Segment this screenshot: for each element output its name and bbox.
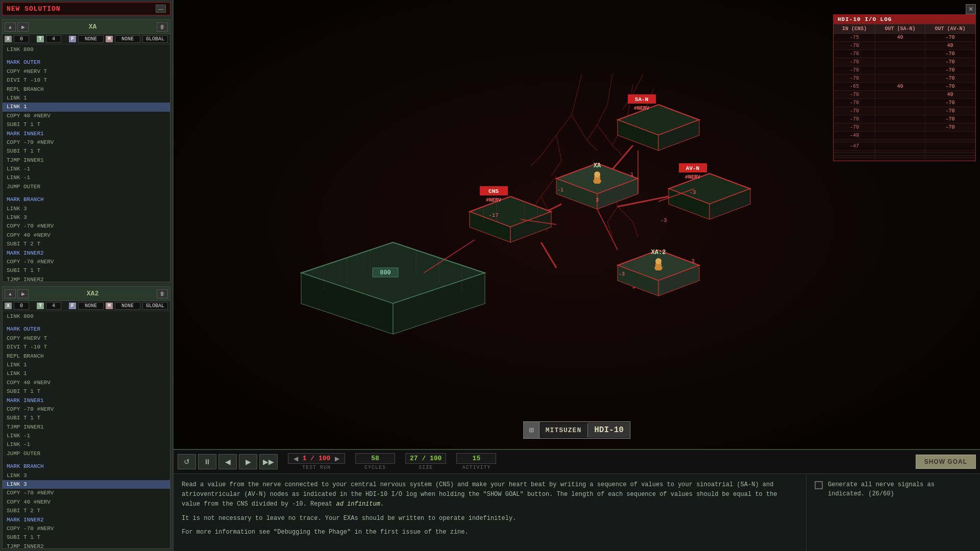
- code-line[interactable]: COPY 40 #NERV: [3, 379, 170, 387]
- code-line[interactable]: SUBI T 1 T: [3, 414, 170, 422]
- code-line[interactable]: MARK INNER2: [3, 516, 170, 524]
- code-line[interactable]: COPY -70 #NERV: [3, 222, 170, 231]
- code-line[interactable]: TJMP INNER2: [3, 276, 170, 282]
- x-value-xa: 0: [14, 35, 29, 43]
- code-line[interactable]: SUBI T 1 T: [3, 147, 170, 156]
- code-line[interactable]: LINK -1: [3, 165, 170, 173]
- code-line[interactable]: LINK -1: [3, 432, 170, 440]
- code-line[interactable]: COPY #NERV T: [3, 334, 170, 343]
- code-line[interactable]: COPY 40 #NERV: [3, 231, 170, 240]
- code-line[interactable]: COPY -70 #NERV: [3, 258, 170, 266]
- exa-play-btn-xa[interactable]: ▶: [17, 22, 29, 32]
- code-line[interactable]: DIVI T -10 T: [3, 343, 170, 352]
- hdi-log-title: HDI-10 I/O LOG: [834, 15, 975, 24]
- fast-fwd-button[interactable]: ▶▶: [259, 454, 278, 469]
- x-register-xa: X 0: [5, 35, 35, 43]
- code-line[interactable]: MARK OUTER: [3, 325, 170, 334]
- code-line[interactable]: [3, 321, 170, 325]
- svg-text:SA-N: SA-N: [635, 96, 648, 103]
- code-line[interactable]: MARK BRANCH: [3, 462, 170, 471]
- code-line[interactable]: LINK 800: [3, 312, 170, 321]
- svg-text:#NERV: #NERV: [634, 106, 649, 111]
- description-text: Read a value from the nerve connected to…: [182, 480, 798, 537]
- m-register-xa: M NONE GLOBAL: [106, 35, 168, 43]
- minimize-button[interactable]: —: [156, 5, 166, 13]
- table-row: -7540-70: [834, 34, 975, 42]
- code-line[interactable]: LINK 800: [3, 45, 170, 54]
- code-line[interactable]: TJMP INNER1: [3, 156, 170, 165]
- test-run-next[interactable]: ▶: [334, 455, 340, 462]
- show-goal-button[interactable]: SHOW GOAL: [916, 455, 976, 469]
- table-cell: -75: [834, 34, 875, 42]
- code-line[interactable]: COPY -70 #NERV: [3, 405, 170, 414]
- code-line[interactable]: LINK 3: [3, 480, 170, 489]
- exa-up-btn-xa[interactable]: ▲: [5, 22, 16, 32]
- description-paragraph: For more information see "Debugging the …: [182, 528, 798, 537]
- code-line[interactable]: LINK 1: [3, 361, 170, 369]
- step-back-button[interactable]: ◀: [218, 454, 237, 469]
- code-line[interactable]: [3, 458, 170, 462]
- activity-label: ACTIVITY: [462, 465, 491, 470]
- table-cell: -70: [925, 58, 975, 66]
- svg-text:3: 3: [596, 197, 599, 203]
- table-row: -7040: [834, 42, 975, 50]
- code-line[interactable]: SUBI T 2 T: [3, 240, 170, 248]
- table-cell: [875, 42, 925, 50]
- code-line[interactable]: LINK 1: [3, 94, 170, 103]
- col-avn: OUT (AV-N): [925, 24, 975, 34]
- table-cell: -70: [925, 34, 975, 42]
- table-cell: [875, 50, 925, 58]
- code-line[interactable]: MARK BRANCH: [3, 195, 170, 204]
- code-line[interactable]: SUBI T 1 T: [3, 533, 170, 542]
- test-run-prev[interactable]: ◀: [292, 455, 299, 462]
- table-row: -70-70: [834, 115, 975, 123]
- activity-value: 15: [461, 455, 492, 462]
- code-line[interactable]: LINK -1: [3, 173, 170, 182]
- exa-delete-btn-xa[interactable]: 🗑: [157, 22, 168, 32]
- code-line[interactable]: COPY -70 #NERV: [3, 489, 170, 497]
- code-line[interactable]: MARK INNER1: [3, 396, 170, 405]
- code-line[interactable]: SUBI T 2 T: [3, 507, 170, 515]
- code-line[interactable]: COPY #NERV T: [3, 67, 170, 76]
- code-line[interactable]: LINK 1: [3, 369, 170, 378]
- code-line[interactable]: LINK -1: [3, 440, 170, 449]
- code-line[interactable]: COPY -70 #NERV: [3, 138, 170, 147]
- pause-button[interactable]: ⏸: [198, 454, 216, 469]
- goal-checkbox[interactable]: [815, 481, 823, 489]
- code-line[interactable]: REPL BRANCH: [3, 352, 170, 361]
- code-line[interactable]: JUMP OUTER: [3, 183, 170, 191]
- code-area-xa[interactable]: LINK 800MARK OUTERCOPY #NERV TDIVI T -10…: [3, 44, 170, 282]
- code-line[interactable]: LINK 1: [3, 103, 170, 111]
- code-line[interactable]: MARK INNER2: [3, 249, 170, 258]
- table-cell: -70: [925, 99, 975, 107]
- code-line[interactable]: COPY 40 #NERV: [3, 498, 170, 507]
- code-line[interactable]: MARK OUTER: [3, 58, 170, 67]
- exa-up-btn-xa2[interactable]: ▲: [5, 289, 16, 298]
- code-line[interactable]: LINK 3: [3, 471, 170, 480]
- exa-delete-btn-xa2[interactable]: 🗑: [157, 289, 168, 298]
- table-cell: [925, 142, 975, 151]
- svg-text:XA:2: XA:2: [651, 249, 666, 256]
- code-area-xa2[interactable]: LINK 800MARK OUTERCOPY #NERV TDIVI T -10…: [3, 311, 170, 548]
- code-line[interactable]: COPY -70 #NERV: [3, 524, 170, 533]
- f-register-xa2: F NONE: [69, 302, 104, 310]
- code-line[interactable]: [3, 191, 170, 195]
- play-button[interactable]: ▶: [239, 454, 257, 469]
- code-line[interactable]: [3, 54, 170, 58]
- code-line[interactable]: SUBI T 1 T: [3, 120, 170, 129]
- code-line[interactable]: REPL BRANCH: [3, 85, 170, 94]
- code-line[interactable]: LINK 3: [3, 205, 170, 213]
- code-line[interactable]: JUMP OUTER: [3, 449, 170, 458]
- code-line[interactable]: TJMP INNER2: [3, 542, 170, 548]
- code-line[interactable]: SUBI T 1 T: [3, 387, 170, 396]
- code-line[interactable]: DIVI T -10 T: [3, 76, 170, 85]
- rewind-button[interactable]: ↺: [178, 454, 196, 469]
- exa-play-btn-xa2[interactable]: ▶: [17, 289, 29, 298]
- code-line[interactable]: COPY 40 #NERV: [3, 112, 170, 120]
- code-line[interactable]: LINK 3: [3, 213, 170, 222]
- svg-text:800: 800: [380, 269, 391, 277]
- code-line[interactable]: SUBI T 1 T: [3, 266, 170, 275]
- close-button[interactable]: ✕: [966, 4, 976, 14]
- code-line[interactable]: TJMP INNER1: [3, 423, 170, 432]
- code-line[interactable]: MARK INNER1: [3, 130, 170, 138]
